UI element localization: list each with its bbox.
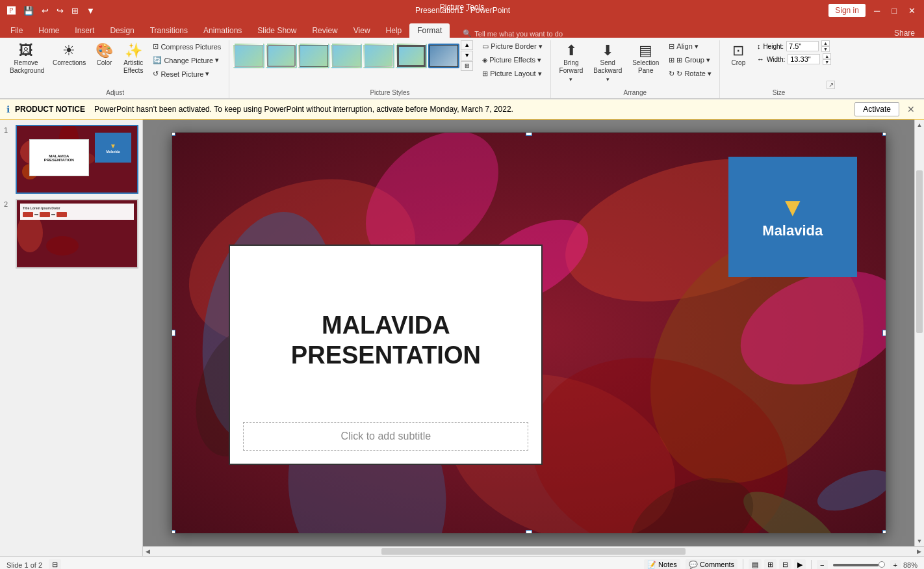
tab-help[interactable]: Help [378,23,410,38]
share-button[interactable]: Share [888,29,921,38]
maximize-button[interactable]: □ [888,5,900,17]
zoom-slider[interactable] [833,564,885,566]
remove-background-button[interactable]: 🖼 Remove Background [5,40,47,78]
slideshow-button[interactable]: ▶ [794,559,806,569]
tab-format[interactable]: Format [409,23,450,38]
size-dialog-launcher[interactable]: ↗ [827,81,835,89]
title-text-box[interactable]: MALAVIDA PRESENTATION Click to add subti… [229,245,543,465]
zoom-area: − + 88% [811,560,918,570]
tab-home[interactable]: Home [31,23,67,38]
comments-icon: 💬 [689,561,698,568]
selection-pane-button[interactable]: ▤ Selection Pane [628,40,663,78]
change-picture-button[interactable]: 🔄 Change Picture ▾ [149,54,225,66]
notification-message: PowerPoint hasn't been activated. To kee… [94,105,849,114]
gallery-scroll-down[interactable]: ▼ [461,51,473,60]
tab-review[interactable]: Review [304,23,345,38]
gallery-more[interactable]: ⊞ [461,61,473,71]
sel-handle-tc[interactable] [526,132,532,136]
thumb2-content: Title Lorem Ipsum Dolor [20,204,134,220]
width-up[interactable]: ▲ [823,53,831,59]
change-picture-dropdown[interactable]: ▾ [215,56,219,64]
scroll-thumb[interactable] [916,170,923,333]
sel-handle-bl[interactable] [172,530,175,534]
crop-button[interactable]: ⊡ Crop [724,40,753,70]
reset-picture-button[interactable]: ↺ Reset Picture ▾ [149,68,225,80]
width-input[interactable] [788,54,820,64]
scroll-down-arrow[interactable]: ▼ [915,536,924,546]
sel-handle-tr[interactable] [882,132,886,136]
sel-handle-bc[interactable] [526,530,532,534]
notes-button[interactable]: 📝 Notes [644,559,680,569]
color-button[interactable]: 🎨 Color [91,40,118,70]
rotate-button[interactable]: ↻ ↻ Rotate ▾ [665,68,715,80]
align-button[interactable]: ⊟ Align ▾ [665,40,715,53]
bring-forward-button[interactable]: ⬆ Bring Forward ▾ [555,40,588,86]
tab-animations[interactable]: Animations [196,23,250,38]
qa-dropdown[interactable]: ▼ [84,5,97,17]
bring-forward-dropdown[interactable]: ▾ [569,76,572,83]
sel-handle-ml[interactable] [172,330,175,336]
compress-pictures-button[interactable]: ⊡ Compress Pictures [149,40,225,53]
group-button[interactable]: ⊞ ⊞ Group ▾ [665,54,715,66]
height-up[interactable]: ▲ [821,40,830,46]
scroll-up-arrow[interactable]: ▲ [915,120,924,130]
zoom-in-button[interactable]: + [890,560,901,570]
height-input[interactable] [786,41,819,51]
reading-view-button[interactable]: ⊟ [779,559,791,569]
gallery-scroll-up[interactable]: ▲ [461,40,473,50]
height-label: ↕ [757,42,761,50]
style-thumb-7[interactable] [428,44,459,68]
undo-button[interactable]: ↩ [40,5,51,17]
slide-sorter-button[interactable]: ⊞ [764,559,776,569]
tab-transitions[interactable]: Transitions [142,23,196,38]
close-button[interactable]: ✕ [905,5,919,17]
tab-file[interactable]: File [3,23,31,38]
fit-slide-button[interactable]: ⊟ [49,559,61,569]
send-backward-dropdown[interactable]: ▾ [606,76,610,83]
send-backward-button[interactable]: ⬇ Send Backward ▾ [589,40,626,86]
picture-styles-group: ▲ ▼ ⊞ ▭ Picture Border ▾ ◈ Picture Effec… [229,40,550,98]
tab-view[interactable]: View [346,23,378,38]
picture-layout-button[interactable]: ⊞ Picture Layout ▾ [478,68,546,80]
corrections-button[interactable]: ☀ Corrections [48,40,90,70]
redo-button[interactable]: ↪ [55,5,66,17]
hscroll-right-arrow[interactable]: ▶ [914,547,924,556]
tab-design[interactable]: Design [102,23,142,38]
color-icon: 🎨 [96,44,113,58]
canvas-area[interactable]: MALAVIDA PRESENTATION Click to add subti… [143,120,914,546]
artistic-effects-button[interactable]: ✨ Artistic Effects [119,40,148,78]
adjust-group-label: Adjust [5,87,225,98]
slide-1-thumb[interactable]: MALAVIDAPRESENTATION ▼ Malavida [16,125,138,194]
tell-me-text[interactable]: Tell me what you want to do [474,30,563,38]
tab-slideshow[interactable]: Slide Show [250,23,304,38]
hscroll-thumb[interactable] [381,548,686,555]
sel-handle-br[interactable] [882,530,886,534]
zoom-thumb[interactable] [879,561,885,568]
style-thumb-4[interactable] [331,44,362,68]
height-down[interactable]: ▼ [821,46,830,52]
zoom-out-button[interactable]: − [817,560,827,570]
sign-in-button[interactable]: Sign in [828,4,866,17]
picture-effects-button[interactable]: ◈ Picture Effects ▾ [478,54,546,66]
save-button[interactable]: 💾 [21,5,36,17]
comments-button[interactable]: 💬 Comments [686,559,738,569]
height-spinner: ▲ ▼ [821,40,830,52]
width-down[interactable]: ▼ [823,59,831,65]
normal-view-button[interactable]: ▤ [749,559,762,569]
style-thumb-6[interactable] [396,44,427,68]
activate-button[interactable]: Activate [854,102,899,116]
sel-handle-tl[interactable] [172,132,175,136]
style-thumb-2[interactable] [266,44,297,68]
style-thumb-5[interactable] [363,44,394,68]
reset-dropdown[interactable]: ▾ [205,70,209,78]
style-thumb-3[interactable] [298,44,329,68]
slide-2-thumb[interactable]: Title Lorem Ipsum Dolor [16,199,138,268]
picture-border-button[interactable]: ▭ Picture Border ▾ [478,40,546,53]
notification-close[interactable]: ✕ [905,104,918,114]
tab-insert[interactable]: Insert [67,23,102,38]
sel-handle-mr[interactable] [882,330,886,336]
minimize-button[interactable]: ─ [871,5,883,17]
subtitle-text-box[interactable]: Click to add subtitle [243,422,528,451]
style-thumb-1[interactable] [233,44,264,68]
hscroll-left-arrow[interactable]: ◀ [143,547,153,556]
